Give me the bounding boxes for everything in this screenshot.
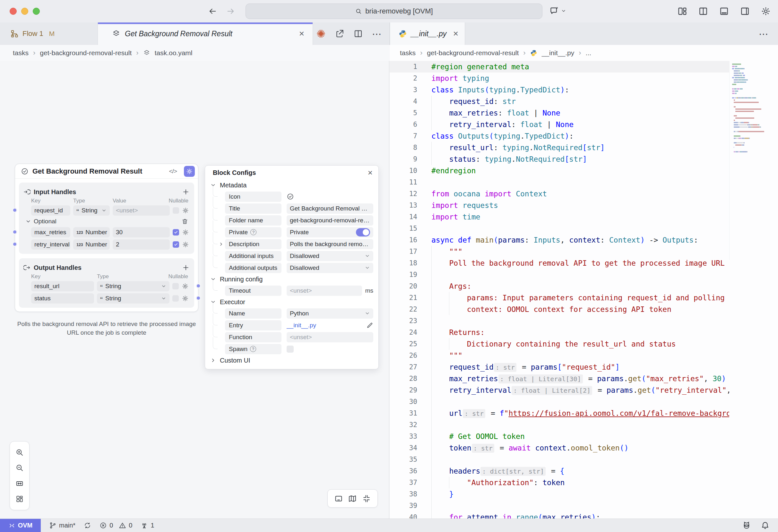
code-editor[interactable]: 1#region generated meta2import typing3cl… [390, 61, 778, 519]
ai-asterisk-icon[interactable] [316, 29, 326, 38]
input-handle-dot[interactable] [12, 242, 17, 247]
split-editor-icon[interactable] [698, 6, 708, 16]
tab-flow-1[interactable]: Flow 1 M [0, 22, 98, 45]
breadcrumb-item[interactable]: ... [586, 49, 592, 57]
code-lines[interactable]: 1#region generated meta2import typing3cl… [390, 61, 729, 519]
close-icon[interactable]: × [368, 168, 373, 177]
section-executor[interactable]: Executor [205, 296, 378, 307]
settings-gear-icon[interactable] [761, 6, 771, 16]
output-handle-dot[interactable] [196, 283, 201, 288]
node-settings-button[interactable] [184, 166, 195, 177]
tab-task-editor[interactable]: Get Background Removal Result × [98, 22, 313, 45]
toggle-panel-icon[interactable] [719, 6, 729, 16]
input-handle-dot[interactable] [12, 207, 17, 213]
ai-chat-button[interactable] [549, 6, 566, 16]
toggle-secondary-sidebar-icon[interactable] [740, 6, 750, 16]
window-zoom-button[interactable] [33, 8, 40, 15]
pencil-icon[interactable] [366, 322, 373, 329]
row-settings-icon[interactable] [182, 207, 188, 214]
nullable-checkbox[interactable] [172, 283, 179, 289]
key-field[interactable]: max_retries [31, 227, 70, 238]
key-field[interactable]: result_url [31, 281, 94, 291]
spawn-checkbox[interactable] [287, 346, 294, 353]
breadcrumb-item[interactable]: tasks [400, 49, 416, 57]
close-icon[interactable]: × [453, 29, 458, 38]
flow-canvas[interactable]: Get Background Removal Result </> Input … [0, 61, 389, 519]
section-metadata[interactable]: Metadata [205, 180, 378, 191]
input-handle-dot[interactable] [12, 230, 17, 235]
private-toggle[interactable] [356, 228, 370, 237]
output-handle-dot[interactable] [196, 295, 201, 301]
breadcrumb-item[interactable]: tasks [13, 49, 28, 57]
nullable-checkbox[interactable] [172, 295, 179, 301]
key-field[interactable]: request_id [31, 205, 70, 215]
chevron-right-icon[interactable] [219, 242, 224, 247]
folder-name-input[interactable]: get-background-removal-result [287, 215, 373, 226]
mascot-assistant-icon[interactable] [742, 521, 751, 530]
value-field[interactable]: <unset> [113, 205, 170, 215]
type-select[interactable]: “ String [97, 293, 169, 303]
close-icon[interactable]: × [299, 29, 304, 38]
split-editor-right-icon[interactable] [354, 29, 363, 38]
nullable-checkbox[interactable] [173, 241, 179, 248]
window-close-button[interactable] [10, 8, 17, 15]
value-field[interactable]: 2 [113, 239, 170, 250]
nullable-checkbox[interactable] [173, 229, 179, 236]
more-actions-icon[interactable]: ⋯ [759, 28, 769, 39]
section-running-config[interactable]: Running config [205, 274, 378, 285]
add-input-button[interactable] [182, 188, 190, 196]
window-minimize-button[interactable] [21, 8, 28, 15]
layout-grid-icon[interactable] [15, 495, 24, 503]
row-settings-icon[interactable] [182, 295, 188, 302]
minimap[interactable] [729, 61, 778, 260]
fit-view-icon[interactable] [15, 479, 24, 488]
tab-init-py[interactable]: __init__.py × [390, 22, 465, 45]
type-select[interactable]: “ String [97, 281, 169, 291]
entry-file-link[interactable]: __init__.py [287, 322, 316, 329]
nullable-checkbox[interactable] [173, 207, 179, 214]
panel-toggle-icon[interactable] [334, 494, 343, 503]
share-export-icon[interactable] [335, 29, 344, 38]
key-field[interactable]: retry_interval [31, 239, 70, 250]
value-field[interactable]: 30 [113, 227, 170, 238]
additional-inputs-select[interactable]: Disallowed [287, 251, 373, 261]
back-button[interactable] [208, 7, 217, 16]
collapse-icon[interactable] [362, 494, 371, 503]
breadcrumb-item[interactable]: __init__.py [542, 49, 574, 57]
notifications-bell-icon[interactable] [761, 521, 770, 530]
title-input[interactable]: Get Background Removal Result [287, 203, 373, 214]
zoom-in-icon[interactable] [15, 448, 24, 457]
zoom-out-icon[interactable] [15, 464, 24, 472]
row-settings-icon[interactable] [182, 229, 188, 236]
key-field[interactable]: status [31, 293, 94, 303]
type-select[interactable]: 123 Number [73, 239, 110, 250]
ports-status[interactable]: 1 [141, 522, 154, 529]
trash-icon[interactable] [181, 218, 188, 225]
breadcrumb-item[interactable]: get-background-removal-result [40, 49, 132, 57]
edit-code-icon[interactable]: </> [169, 168, 177, 175]
timeout-input[interactable]: <unset> [287, 285, 362, 296]
git-branch-status[interactable]: main* [49, 522, 75, 529]
problems-status[interactable]: 0 0 [99, 522, 132, 529]
breadcrumb-item[interactable]: task.oo.yaml [155, 49, 192, 57]
row-settings-icon[interactable] [182, 283, 188, 290]
check-circle-icon[interactable] [287, 193, 294, 200]
sync-status[interactable] [84, 522, 91, 529]
section-custom-ui[interactable]: Custom UI [205, 355, 378, 366]
executor-name-select[interactable]: Python [287, 308, 373, 319]
add-output-button[interactable] [182, 264, 190, 271]
additional-outputs-select[interactable]: Disallowed [287, 263, 373, 273]
remote-indicator[interactable]: OVM [0, 519, 41, 532]
minimap-toggle-icon[interactable] [348, 494, 357, 503]
breadcrumb-item[interactable]: get-background-removal-result [427, 49, 519, 57]
type-select[interactable]: 123 Number [73, 227, 110, 238]
customize-layout-icon[interactable] [677, 6, 688, 16]
row-settings-icon[interactable] [182, 241, 188, 248]
type-select[interactable]: “ String [73, 205, 110, 215]
optional-group-toggle[interactable]: Optional [23, 216, 190, 226]
task-node-card[interactable]: Get Background Removal Result </> Input … [15, 164, 199, 312]
command-search-bar[interactable]: bria-removebg [OVM] [245, 4, 542, 19]
function-input[interactable]: <unset> [287, 332, 373, 342]
more-actions-icon[interactable]: ⋯ [372, 28, 382, 39]
description-input[interactable]: Polls the background removal API ... [287, 239, 373, 249]
